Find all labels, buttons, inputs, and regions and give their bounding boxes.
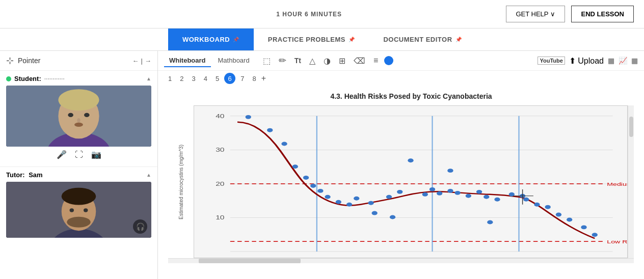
- svg-point-4: [58, 89, 99, 110]
- end-lesson-button[interactable]: END LESSON: [571, 6, 634, 22]
- svg-point-71: [372, 211, 378, 215]
- lines-tool[interactable]: ≡: [371, 55, 380, 66]
- vertical-scrollbar[interactable]: [628, 105, 634, 258]
- chart-icon[interactable]: 📈: [619, 57, 627, 65]
- svg-point-66: [567, 218, 572, 222]
- svg-point-58: [484, 195, 489, 199]
- chart-title: 4.3. Health Risks Posed by Toxic Cyanoba…: [189, 92, 634, 100]
- whiteboard-content: 4.3. Health Risks Posed by Toxic Cyanoba…: [158, 87, 644, 279]
- calculator-icon[interactable]: ▦: [608, 57, 614, 65]
- tab-whiteboard[interactable]: Whiteboard: [164, 54, 211, 67]
- header-buttons: GET HELP ∨ END LESSON: [506, 6, 634, 22]
- pointer-icon: ⊹: [6, 55, 14, 66]
- page-8[interactable]: 8: [249, 74, 259, 83]
- svg-point-59: [494, 198, 500, 202]
- arrow-left-icon[interactable]: ←: [132, 57, 139, 65]
- svg-point-38: [292, 164, 298, 169]
- svg-point-35: [246, 115, 251, 119]
- pointer-label: Pointer: [18, 57, 40, 65]
- tutor-header: Tutor: Sam ▲: [6, 171, 151, 179]
- chart-svg: 40 30 20 10 Medium Risk Low Risk: [194, 106, 627, 258]
- tab-bar: WORKBOARD 📌 PRACTICE PROBLEMS 📌 DOCUMENT…: [0, 29, 644, 51]
- tutor-label: Tutor: Sam: [6, 171, 43, 179]
- svg-point-43: [336, 200, 341, 204]
- wb-right-tools: YouTube ⬆ Upload ▦ 📈 ▦: [538, 56, 638, 66]
- tab-practice-problems[interactable]: PRACTICE PROBLEMS 📌: [254, 29, 369, 50]
- tab-workboard[interactable]: WORKBOARD 📌: [168, 29, 254, 50]
- svg-point-40: [310, 184, 316, 188]
- svg-point-44: [346, 203, 352, 207]
- collapse-student-icon[interactable]: ▲: [146, 76, 151, 81]
- text-tool[interactable]: Tt: [292, 55, 303, 66]
- page-1[interactable]: 1: [165, 74, 175, 83]
- triangle-tool[interactable]: △: [307, 55, 317, 67]
- svg-point-56: [447, 169, 453, 173]
- svg-point-5: [68, 113, 73, 117]
- left-panel: ⊹ Pointer ← | → Student: ············ ▲: [0, 51, 158, 279]
- pen-tool[interactable]: ✏: [277, 54, 288, 67]
- svg-point-41: [317, 189, 323, 193]
- youtube-icon[interactable]: YouTube: [538, 57, 565, 65]
- svg-text:10: 10: [216, 215, 224, 221]
- svg-point-69: [487, 220, 493, 224]
- microphone-button[interactable]: 🎤: [57, 150, 67, 159]
- svg-point-55: [466, 194, 471, 198]
- page-3[interactable]: 3: [189, 74, 198, 83]
- svg-point-8: [74, 123, 83, 127]
- svg-point-64: [545, 205, 551, 209]
- collapse-tutor-icon[interactable]: ▲: [146, 172, 151, 178]
- nav-arrows: ← | →: [132, 57, 151, 65]
- expand-button[interactable]: ⛶: [75, 150, 83, 159]
- headset-icon: 🎧: [133, 219, 147, 234]
- tutor-video-feed: [6, 182, 151, 238]
- svg-text:20: 20: [216, 181, 224, 187]
- tab-mathboard[interactable]: Mathboard: [213, 54, 255, 67]
- whiteboard-toolbar: Whiteboard Mathboard ⬚ ✏ Tt △ ◑ ⊞ ⌫ ≡ Yo…: [158, 51, 644, 71]
- page-5[interactable]: 5: [212, 74, 222, 83]
- page-4[interactable]: 4: [201, 74, 210, 83]
- table-icon[interactable]: ▦: [631, 57, 638, 65]
- whiteboard-panel: Whiteboard Mathboard ⬚ ✏ Tt △ ◑ ⊞ ⌫ ≡ Yo…: [158, 51, 644, 279]
- circle-tool[interactable]: ◑: [321, 55, 333, 67]
- horizontal-scrollbar[interactable]: [168, 258, 634, 263]
- svg-point-7: [77, 118, 80, 122]
- student-label: Student: ············: [6, 75, 65, 82]
- page-2[interactable]: 2: [177, 74, 186, 83]
- svg-point-51: [430, 187, 435, 191]
- camera-button[interactable]: 📷: [91, 150, 101, 159]
- add-page-button[interactable]: +: [261, 74, 266, 83]
- eraser-tool[interactable]: ⌫: [352, 55, 367, 67]
- student-section: Student: ············ ▲: [0, 71, 157, 167]
- svg-point-15: [67, 217, 90, 228]
- online-indicator: [6, 76, 11, 81]
- svg-point-37: [281, 142, 287, 146]
- student-video-feed: [6, 86, 151, 147]
- student-header: Student: ············ ▲: [6, 75, 151, 82]
- tutor-video: 🎧: [6, 182, 151, 238]
- page-6[interactable]: 6: [224, 73, 235, 84]
- color-picker[interactable]: [384, 56, 393, 65]
- student-video-controls: 🎤 ⛶ 📷: [6, 147, 151, 162]
- svg-point-57: [476, 190, 482, 194]
- select-tool[interactable]: ⬚: [261, 55, 273, 67]
- arrow-right-icon[interactable]: →: [145, 57, 151, 65]
- svg-point-63: [534, 203, 540, 207]
- tab-document-editor[interactable]: DOCUMENT EDITOR 📌: [369, 29, 476, 50]
- svg-point-52: [437, 191, 442, 196]
- svg-point-68: [592, 233, 598, 237]
- timer-label: 1 HOUR 6 MINUTES: [276, 11, 342, 18]
- svg-text:Low Risk: Low Risk: [607, 239, 627, 244]
- get-help-button[interactable]: GET HELP ∨: [506, 6, 565, 22]
- page-7[interactable]: 7: [237, 74, 247, 83]
- svg-point-54: [454, 191, 460, 195]
- svg-point-70: [390, 215, 395, 219]
- svg-point-62: [523, 198, 529, 202]
- svg-point-47: [386, 195, 392, 199]
- svg-point-6: [84, 113, 90, 117]
- bottom-scrollbar-thumb[interactable]: [199, 259, 301, 263]
- scrollbar-thumb[interactable]: [629, 117, 633, 137]
- svg-point-65: [556, 213, 561, 217]
- grid-tool[interactable]: ⊞: [337, 55, 347, 67]
- upload-icon[interactable]: ⬆ Upload: [569, 56, 604, 66]
- chevron-down-icon: ∨: [550, 10, 555, 18]
